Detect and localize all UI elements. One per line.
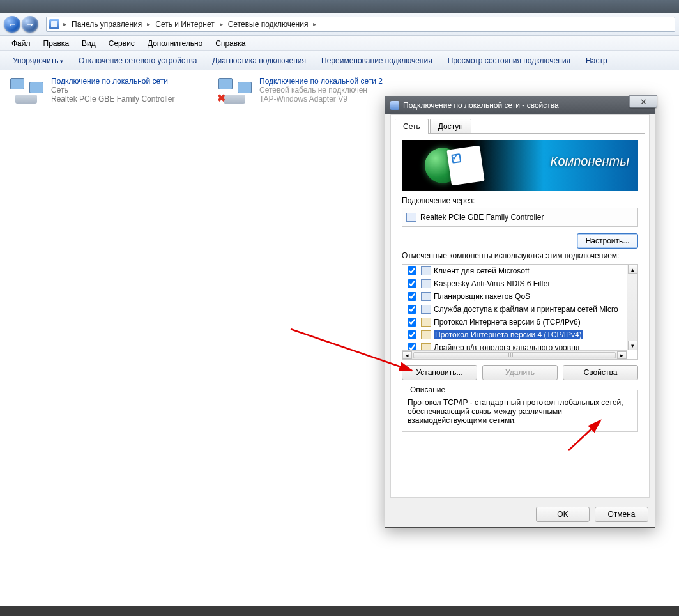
tab-pane-network: Компоненты Подключение через: Realtek PC…	[395, 133, 645, 493]
component-row[interactable]: Протокол Интернета версии 4 (TCP/IPv4)	[402, 328, 626, 341]
menu-bar: Файл Правка Вид Сервис Дополнительно Спр…	[0, 36, 679, 51]
properties-button[interactable]: Свойства	[563, 365, 638, 380]
menu-tools[interactable]: Сервис	[102, 37, 141, 50]
component-name: Kaspersky Anti-Virus NDIS 6 Filter	[434, 279, 551, 288]
scroll-left-icon[interactable]: ◂	[402, 351, 412, 359]
scroll-up-icon[interactable]: ▴	[628, 265, 637, 274]
component-checkbox[interactable]	[408, 292, 416, 301]
nic-icon	[406, 213, 416, 222]
menu-help[interactable]: Справка	[209, 37, 252, 50]
breadcrumb[interactable]: ▸ Панель управления ▸ Сеть и Интернет ▸ …	[46, 17, 675, 32]
menu-view[interactable]: Вид	[75, 37, 102, 50]
protocol-icon	[421, 330, 431, 339]
component-row[interactable]: Служба доступа к файлам и принтерам сете…	[402, 303, 626, 316]
service-icon	[421, 305, 431, 314]
content-area: Подключение по локальной сети Сеть Realt…	[0, 70, 679, 616]
breadcrumb-seg[interactable]: Сетевые подключения	[224, 20, 312, 29]
connection-status: Сетевой кабель не подключен	[259, 86, 383, 95]
component-checkbox[interactable]	[408, 318, 416, 327]
dialog-title: Подключение по локальной сети - свойства	[403, 101, 559, 110]
ok-button[interactable]: OK	[536, 507, 590, 522]
dialog-close-button[interactable]: ✕	[629, 95, 657, 108]
component-row[interactable]: Драйвер в/в тополога канального уровня	[402, 341, 626, 350]
rename-connection-button[interactable]: Переименование подключения	[314, 54, 440, 68]
window-titlebar-strip	[0, 0, 679, 13]
connection-device: Realtek PCIe GBE Family Controller	[51, 95, 174, 104]
nav-forward-button[interactable]: →	[22, 16, 38, 33]
connection-status: Сеть	[51, 86, 174, 95]
disable-device-button[interactable]: Отключение сетевого устройства	[71, 54, 204, 68]
network-icon	[9, 77, 45, 104]
connection-properties-dialog: ✕ Подключение по локальной сети - свойст…	[385, 96, 655, 528]
view-status-button[interactable]: Просмотр состояния подключения	[440, 54, 578, 68]
tab-network[interactable]: Сеть	[395, 119, 429, 134]
component-name: Планировщик пакетов QoS	[434, 292, 530, 301]
command-bar: Упорядочить Отключение сетевого устройст…	[0, 51, 679, 70]
network-icon	[390, 101, 399, 110]
component-checkbox[interactable]	[408, 266, 416, 275]
chevron-right-icon: ▸	[218, 20, 224, 27]
chevron-right-icon: ▸	[146, 20, 151, 27]
description-text: Протокол TCP/IP - стандартный протокол г…	[408, 398, 632, 425]
horizontal-scrollbar[interactable]: ◂ ▸	[402, 350, 627, 359]
service-icon	[421, 279, 431, 288]
scroll-thumb[interactable]	[413, 352, 616, 358]
component-name: Служба доступа к файлам и принтерам сете…	[434, 305, 618, 314]
description-group: Описание Протокол TCP/IP - стандартный п…	[402, 385, 638, 432]
uninstall-button: Удалить	[482, 365, 558, 380]
scroll-down-icon[interactable]: ▾	[628, 341, 637, 350]
component-checkbox[interactable]	[408, 279, 416, 288]
configure-button[interactable]: Настроить...	[577, 233, 638, 249]
window-bottom-strip	[0, 606, 679, 616]
connection-device: TAP-Windows Adapter V9	[259, 95, 383, 104]
component-name: Клиент для сетей Microsoft	[434, 266, 530, 275]
connection-item[interactable]: Подключение по локальной сети Сеть Realt…	[9, 77, 207, 104]
components-label: Отмеченные компоненты используются этим …	[402, 251, 638, 260]
organize-button[interactable]: Упорядочить	[5, 54, 71, 68]
protocol-icon	[421, 343, 431, 350]
install-button[interactable]: Установить...	[402, 365, 477, 380]
component-checkbox[interactable]	[408, 343, 416, 350]
network-icon: ✖	[217, 77, 253, 104]
components-banner: Компоненты	[402, 140, 638, 191]
connect-using-value: Realtek PCIe GBE Family Controller	[420, 213, 544, 222]
service-icon	[421, 266, 431, 275]
vertical-scrollbar[interactable]: ▴ ▾	[627, 265, 637, 350]
banner-title: Компоненты	[551, 154, 629, 169]
connection-name: Подключение по локальной сети 2	[259, 77, 383, 86]
component-checkbox[interactable]	[408, 305, 416, 314]
component-row[interactable]: Протокол Интернета версии 6 (TCP/IPv6)	[402, 316, 626, 328]
breadcrumb-seg[interactable]: Панель управления	[68, 20, 146, 29]
component-row[interactable]: Планировщик пакетов QoS	[402, 290, 626, 303]
error-x-icon: ✖	[217, 93, 227, 104]
address-bar: ← → ▸ Панель управления ▸ Сеть и Интерне…	[0, 13, 679, 36]
component-name: Протокол Интернета версии 4 (TCP/IPv4)	[434, 330, 583, 339]
menu-file[interactable]: Файл	[5, 37, 37, 50]
chevron-right-icon: ▸	[312, 20, 317, 27]
connect-using-label: Подключение через:	[402, 196, 638, 205]
scroll-right-icon[interactable]: ▸	[617, 351, 627, 359]
chevron-right-icon: ▸	[62, 20, 68, 27]
description-legend: Описание	[408, 385, 448, 394]
menu-extra[interactable]: Дополнительно	[141, 37, 209, 50]
component-checkbox[interactable]	[408, 330, 416, 339]
component-name: Протокол Интернета версии 6 (TCP/IPv6)	[434, 318, 581, 327]
dialog-title-bar[interactable]: Подключение по локальной сети - свойства	[385, 96, 655, 114]
nav-back-button[interactable]: ←	[4, 16, 20, 33]
breadcrumb-seg[interactable]: Сеть и Интернет	[151, 20, 218, 29]
connection-name: Подключение по локальной сети	[51, 77, 174, 86]
menu-edit[interactable]: Правка	[37, 37, 76, 50]
cancel-button[interactable]: Отмена	[595, 507, 648, 522]
components-listbox[interactable]: Клиент для сетей MicrosoftKaspersky Anti…	[402, 264, 638, 360]
toolbar-more[interactable]: Настр	[578, 54, 615, 68]
connect-using-field: Realtek PCIe GBE Family Controller	[402, 208, 638, 227]
tab-access[interactable]: Доступ	[430, 119, 471, 134]
control-panel-icon	[49, 19, 59, 29]
diagnose-button[interactable]: Диагностика подключения	[204, 54, 314, 68]
protocol-icon	[421, 318, 431, 327]
service-icon	[421, 292, 431, 301]
checklist-icon	[446, 146, 484, 186]
component-row[interactable]: Kaspersky Anti-Virus NDIS 6 Filter	[402, 277, 626, 290]
component-row[interactable]: Клиент для сетей Microsoft	[402, 265, 626, 277]
component-name: Драйвер в/в тополога канального уровня	[434, 343, 579, 350]
